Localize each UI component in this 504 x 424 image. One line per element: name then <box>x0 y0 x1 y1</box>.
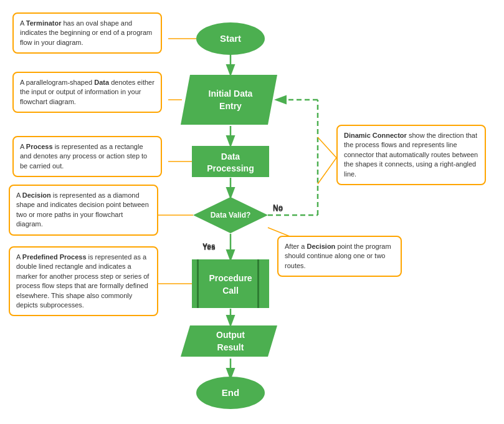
svg-rect-21 <box>257 259 259 308</box>
flowchart-container: Start Initial Data Entry Data Processing… <box>0 0 504 424</box>
svg-text:Start: Start <box>220 33 241 44</box>
svg-rect-20 <box>197 259 199 308</box>
svg-rect-14 <box>192 146 269 177</box>
svg-text:Data: Data <box>221 152 240 161</box>
annotation-decision-after: After a Decision point the program shoul… <box>277 236 402 277</box>
svg-point-27 <box>196 377 265 409</box>
svg-marker-17 <box>193 197 268 233</box>
annotation-predefined: A Predefined Process is represented as a… <box>9 246 158 316</box>
annotation-data: A parallelogram-shaped Data denotes eith… <box>12 72 162 113</box>
svg-marker-11 <box>181 75 277 125</box>
annotation-decision: A Decision is represented as a diamond s… <box>9 185 158 236</box>
svg-text:Entry: Entry <box>219 101 242 111</box>
svg-line-34 <box>318 158 336 184</box>
svg-text:Processing: Processing <box>207 163 254 173</box>
svg-text:Procedure: Procedure <box>209 273 252 283</box>
svg-point-9 <box>196 22 265 55</box>
svg-marker-24 <box>181 325 277 357</box>
svg-rect-19 <box>192 259 269 308</box>
svg-text:Result: Result <box>217 342 244 352</box>
svg-line-35 <box>318 137 336 158</box>
svg-text:Data Valid?: Data Valid? <box>211 211 251 219</box>
svg-text:End: End <box>222 387 239 398</box>
annotation-process: A Process is represented as a rectangle … <box>12 136 162 177</box>
svg-text:Initial Data: Initial Data <box>209 89 253 99</box>
annotation-dynamic-connector: Dinamic Connector show the direction tha… <box>336 125 486 185</box>
svg-text:Call: Call <box>222 286 239 296</box>
annotation-terminator: A Terminator has an oval shape and indic… <box>12 12 162 54</box>
no-label: No <box>273 203 283 212</box>
yes-label: Yes <box>202 242 216 251</box>
svg-text:Output: Output <box>216 330 245 340</box>
